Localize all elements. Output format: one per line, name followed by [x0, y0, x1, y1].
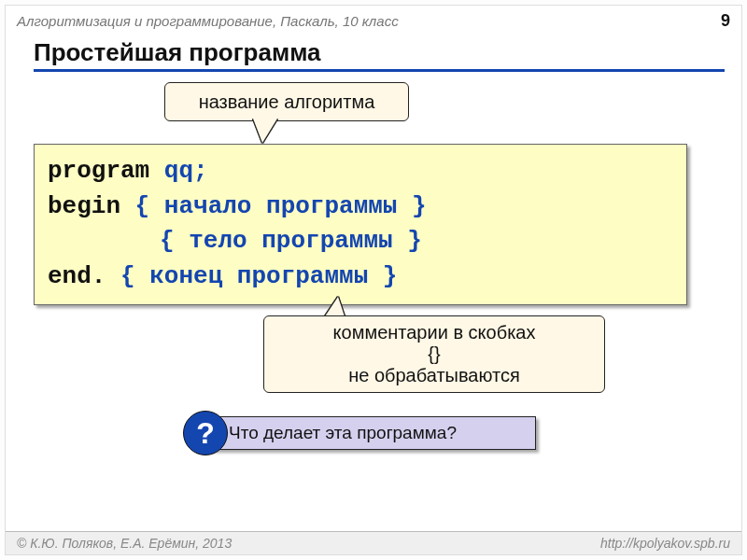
code-line-2: begin { начало программы }	[48, 189, 673, 225]
code-line-3: { тело программы }	[48, 224, 673, 259]
footer-authors: © К.Ю. Поляков, Е.А. Ерёмин, 2013	[17, 536, 232, 551]
slide-title: Простейшая программа	[34, 38, 725, 72]
callout-comments: комментарии в скобках {} не обрабатывают…	[263, 315, 605, 393]
callout-algorithm-name: название алгоритма	[164, 82, 409, 121]
code-line-4: end. { конец программы }	[48, 259, 673, 295]
keyword-begin: begin	[48, 192, 120, 220]
question-bar: Что делает эта программа?	[200, 416, 536, 450]
keyword-end: end.	[48, 262, 106, 290]
code-comment: { конец программы }	[106, 262, 397, 290]
page-number: 9	[721, 11, 730, 31]
callout-line: комментарии в скобках	[275, 322, 593, 343]
callout-tail-icon	[253, 119, 277, 143]
question-mark-icon: ?	[183, 411, 228, 455]
code-line-1: program qq;	[48, 154, 673, 189]
slide-footer: © К.Ю. Поляков, Е.А. Ерёмин, 2013 http:/…	[6, 531, 741, 554]
slide: Алгоритмизация и программирование, Паска…	[5, 5, 742, 555]
callout-line: {}	[275, 343, 593, 365]
callout-line: не обрабатываются	[275, 365, 593, 386]
code-block: program qq; begin { начало программы } {…	[34, 144, 687, 305]
code-comment: { тело программы }	[160, 227, 422, 255]
course-label: Алгоритмизация и программирование, Паска…	[17, 13, 399, 29]
code-text: qq;	[149, 157, 207, 185]
slide-header: Алгоритмизация и программирование, Паска…	[6, 6, 741, 33]
keyword-program: program	[48, 157, 149, 185]
question-text: Что делает эта программа?	[229, 423, 457, 443]
footer-url: http://kpolyakov.spb.ru	[600, 536, 730, 551]
code-comment: { начало программы }	[120, 192, 427, 220]
